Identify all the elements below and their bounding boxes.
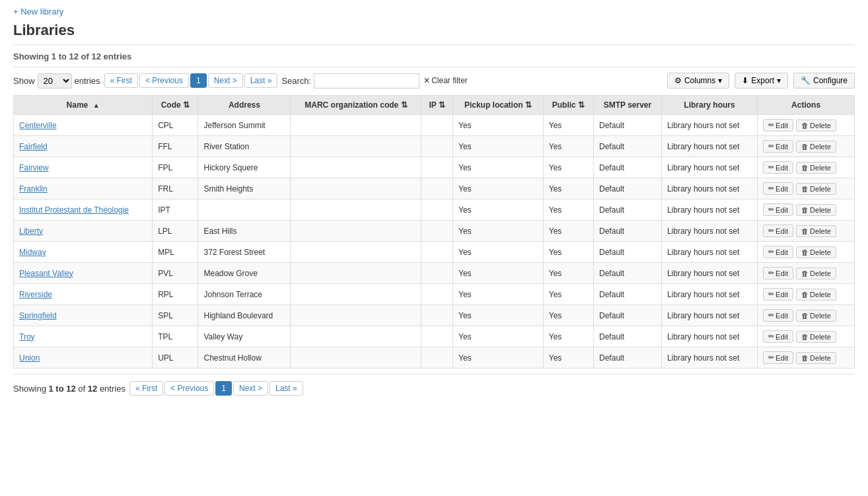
pencil-icon: ✏ (768, 332, 774, 341)
bottom-first-button[interactable]: « First (129, 381, 163, 396)
col-pickup[interactable]: Pickup location ⇅ (453, 96, 544, 115)
library-name-link[interactable]: Fairfield (19, 142, 48, 151)
delete-button[interactable]: 🗑 Delete (796, 310, 836, 322)
col-marc[interactable]: MARC organization code ⇅ (291, 96, 421, 115)
delete-button[interactable]: 🗑 Delete (796, 204, 836, 216)
left-controls: Show 10 20 50 100 entries « First < Prev… (13, 73, 468, 89)
edit-button[interactable]: ✏ Edit (763, 309, 793, 322)
bottom-prev-button[interactable]: < Previous (164, 381, 214, 396)
cell-address: Hickory Squere (198, 157, 291, 178)
col-public[interactable]: Public ⇅ (543, 96, 593, 115)
cell-address: River Station (198, 136, 291, 157)
cell-smtp: Default (594, 347, 662, 369)
library-name-link[interactable]: Troy (19, 332, 35, 341)
cell-actions: ✏ Edit 🗑 Delete (758, 178, 855, 199)
delete-button[interactable]: 🗑 Delete (796, 352, 836, 364)
delete-button[interactable]: 🗑 Delete (796, 289, 836, 301)
clear-filter-button[interactable]: ✕ Clear filter (423, 76, 468, 85)
cell-ip (421, 305, 453, 326)
col-code[interactable]: Code ⇅ (153, 96, 198, 115)
cell-actions: ✏ Edit 🗑 Delete (758, 263, 855, 284)
edit-button[interactable]: ✏ Edit (763, 246, 793, 258)
library-name-link[interactable]: Midway (19, 248, 46, 257)
edit-button[interactable]: ✏ Edit (763, 161, 793, 174)
show-label: Show (13, 76, 35, 86)
library-name-link[interactable]: Liberty (19, 227, 43, 236)
delete-button[interactable]: 🗑 Delete (796, 120, 836, 131)
library-name-link[interactable]: Institut Protestant de Théologie (19, 205, 129, 215)
cell-name: Fairview (14, 157, 153, 178)
library-name-link[interactable]: Springfield (19, 311, 57, 320)
cell-smtp: Default (594, 242, 662, 263)
edit-button[interactable]: ✏ Edit (763, 140, 793, 153)
page-number[interactable]: 1 (190, 73, 207, 88)
columns-label: Columns (684, 76, 715, 85)
cell-smtp: Default (594, 326, 662, 347)
bottom-last-button[interactable]: Last » (270, 381, 303, 396)
cell-ip (421, 242, 453, 263)
delete-button[interactable]: 🗑 Delete (796, 267, 836, 279)
library-name-link[interactable]: Fairview (19, 163, 49, 172)
cell-code: TPL (153, 326, 198, 347)
edit-button[interactable]: ✏ Edit (763, 351, 793, 364)
library-name-link[interactable]: Centerville (19, 121, 57, 130)
trash-icon: 🗑 (801, 164, 809, 172)
search-label: Search: (281, 76, 311, 86)
cell-marc (291, 347, 421, 369)
show-entries: Show 10 20 50 100 entries (13, 73, 100, 89)
cell-name: Pleasant Valley (14, 263, 153, 284)
sort-arrows-code: ⇅ (183, 100, 190, 110)
first-button[interactable]: « First (104, 73, 138, 88)
cell-hours: Library hours not set (661, 136, 757, 157)
new-library-link[interactable]: + New library (13, 7, 63, 17)
cell-public: Yes (543, 263, 593, 284)
cell-pickup: Yes (453, 305, 544, 326)
col-ip[interactable]: IP ⇅ (421, 96, 453, 115)
cell-ip (421, 263, 453, 284)
edit-button[interactable]: ✏ Edit (763, 225, 793, 237)
col-name[interactable]: Name ▲ (14, 96, 153, 115)
delete-button[interactable]: 🗑 Delete (796, 331, 836, 343)
pencil-icon: ✏ (768, 248, 774, 256)
delete-button[interactable]: 🗑 Delete (796, 141, 836, 153)
show-select[interactable]: 10 20 50 100 (38, 73, 72, 89)
delete-button[interactable]: 🗑 Delete (796, 162, 836, 174)
col-hours: Library hours (661, 96, 757, 115)
edit-button[interactable]: ✏ Edit (763, 119, 793, 131)
cell-ip (421, 347, 453, 369)
pencil-icon: ✏ (768, 353, 774, 362)
export-button[interactable]: ⬇ Export ▾ (735, 73, 788, 89)
download-icon: ⬇ (742, 76, 748, 85)
edit-button[interactable]: ✏ Edit (763, 267, 793, 279)
bottom-page-number[interactable]: 1 (215, 381, 232, 396)
next-button[interactable]: Next > (208, 73, 243, 88)
pencil-icon: ✏ (768, 163, 774, 172)
edit-button[interactable]: ✏ Edit (763, 330, 793, 343)
columns-button[interactable]: ⚙ Columns ▾ (667, 73, 729, 89)
cell-smtp: Default (594, 199, 662, 221)
configure-button[interactable]: 🔧 Configure (793, 73, 855, 89)
library-name-link[interactable]: Union (19, 353, 40, 363)
edit-button[interactable]: ✏ Edit (763, 288, 793, 301)
edit-button[interactable]: ✏ Edit (763, 203, 793, 216)
trash-icon: 🗑 (801, 269, 809, 277)
library-name-link[interactable]: Franklin (19, 184, 48, 194)
prev-button[interactable]: < Previous (139, 73, 189, 88)
cell-smtp: Default (594, 178, 662, 199)
library-name-link[interactable]: Pleasant Valley (19, 269, 73, 278)
delete-button[interactable]: 🗑 Delete (796, 225, 836, 237)
delete-button[interactable]: 🗑 Delete (796, 183, 836, 195)
sort-arrows-pickup: ⇅ (525, 100, 532, 110)
last-button[interactable]: Last » (244, 73, 278, 88)
edit-button[interactable]: ✏ Edit (763, 182, 793, 195)
delete-button[interactable]: 🗑 Delete (796, 246, 836, 258)
library-name-link[interactable]: Riverside (19, 290, 52, 299)
bottom-next-button[interactable]: Next > (233, 381, 268, 396)
cell-ip (421, 326, 453, 347)
trash-icon: 🗑 (801, 333, 809, 341)
search-input[interactable] (314, 73, 419, 89)
cell-actions: ✏ Edit 🗑 Delete (758, 115, 855, 136)
configure-label: Configure (813, 76, 848, 85)
cell-ip (421, 284, 453, 305)
cell-smtp: Default (594, 157, 662, 178)
